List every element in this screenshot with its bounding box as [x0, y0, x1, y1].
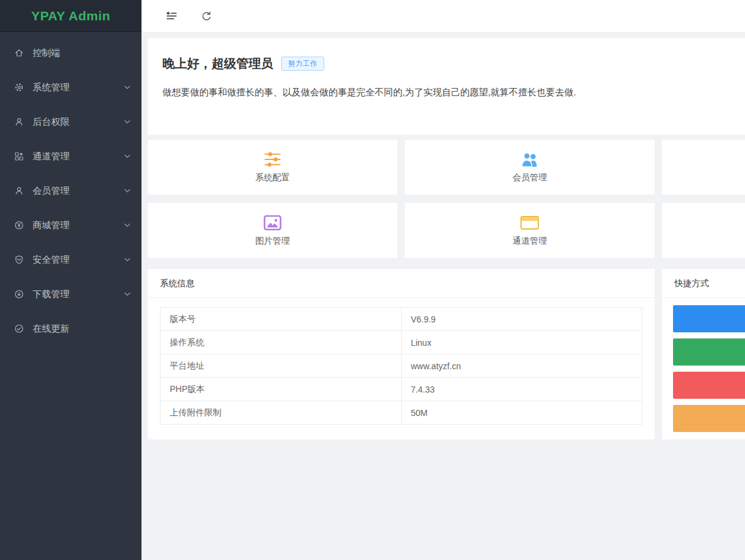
user-icon [14, 186, 24, 196]
sidebar-item-channels[interactable]: 通道管理 [0, 139, 141, 174]
daily-quote: 做想要做的事和做擅长的事、以及做会做的事是完全不同的,为了实现自己的愿望,就算不… [162, 87, 745, 98]
window-icon [520, 214, 540, 231]
sidebar-item-label: 系统管理 [33, 82, 70, 94]
quick-card-extra-2[interactable] [662, 203, 745, 258]
chevron-down-icon [124, 292, 130, 296]
chevron-down-icon [124, 258, 130, 262]
table-row: 版本号 V6.9.9 [161, 308, 642, 331]
refresh-icon[interactable] [199, 9, 213, 23]
quick-card-members[interactable]: 会员管理 [405, 140, 655, 194]
sidebar-item-label: 下载管理 [33, 289, 70, 300]
chevron-down-icon [124, 154, 130, 158]
sidebar-item-label: 会员管理 [33, 185, 70, 197]
user-icon [14, 117, 24, 127]
shortcut-button-2[interactable] [673, 338, 745, 366]
shortcut-button-4[interactable] [673, 405, 745, 432]
sidebar-item-security[interactable]: 安全管理 [0, 242, 141, 277]
sidebar-menu: 控制端 系统管理 后台权限 通道管理 [0, 32, 141, 346]
info-value: 7.4.33 [401, 378, 642, 401]
quick-card-channels[interactable]: 通道管理 [405, 203, 655, 258]
quick-card-extra-1[interactable] [662, 140, 745, 194]
quick-card-label: 系统配置 [255, 172, 290, 183]
check-circle-icon [14, 324, 24, 334]
table-row: 操作系统 Linux [161, 331, 642, 354]
sidebar-item-admin-perms[interactable]: 后台权限 [0, 105, 141, 139]
yen-circle-icon [14, 220, 24, 231]
system-info-title: 系统信息 [148, 269, 655, 298]
sidebar-item-dashboard[interactable]: 控制端 [0, 36, 141, 70]
quick-card-system-config[interactable]: 系统配置 [148, 140, 397, 194]
system-info-panel: 系统信息 版本号 V6.9.9 操作系统 Linux [148, 269, 655, 439]
sidebar-item-downloads[interactable]: 下载管理 [0, 277, 141, 311]
download-circle-icon [14, 289, 24, 300]
sidebar-item-online-update[interactable]: 在线更新 [0, 311, 141, 346]
quick-card-label: 会员管理 [512, 172, 547, 183]
greeting-title: 晚上好，超级管理员 [162, 55, 273, 72]
info-value: V6.9.9 [401, 308, 642, 331]
greeting-panel: 晚上好，超级管理员 努力工作 做想要做的事和做擅长的事、以及做会做的事是完全不同… [148, 38, 745, 135]
shortcut-button-3[interactable] [673, 372, 745, 399]
sliders-icon [263, 151, 282, 168]
info-value: www.atyzf.cn [401, 354, 642, 378]
sidebar: YPAY Admin 控制端 系统管理 后台权限 [0, 0, 141, 560]
top-header [141, 0, 745, 32]
chevron-down-icon [124, 120, 130, 124]
shortcut-button-1[interactable] [673, 305, 745, 332]
quick-card-label: 通道管理 [512, 236, 547, 247]
chevron-down-icon [124, 189, 130, 193]
sidebar-item-label: 后台权限 [33, 116, 70, 128]
apps-icon [14, 151, 24, 162]
info-label: 上传附件限制 [161, 401, 402, 425]
info-value: 50M [401, 401, 642, 425]
motivation-badge: 努力工作 [281, 57, 324, 71]
sidebar-item-label: 控制端 [33, 47, 60, 59]
users-icon [519, 151, 540, 168]
sidebar-item-mall[interactable]: 商城管理 [0, 208, 141, 242]
table-row: 上传附件限制 50M [161, 401, 642, 425]
info-label: PHP版本 [161, 378, 402, 401]
main-content: 晚上好，超级管理员 努力工作 做想要做的事和做擅长的事、以及做会做的事是完全不同… [141, 32, 745, 560]
sidebar-item-label: 通道管理 [33, 151, 70, 162]
sidebar-item-label: 在线更新 [33, 323, 70, 335]
info-value: Linux [401, 331, 642, 354]
sidebar-item-label: 商城管理 [33, 220, 70, 231]
table-row: 平台地址 www.atyzf.cn [161, 354, 642, 378]
app-logo: YPAY Admin [0, 0, 141, 32]
shortcuts-title: 快捷方式 [662, 269, 745, 298]
image-icon [263, 214, 282, 231]
sidebar-item-members[interactable]: 会员管理 [0, 174, 141, 208]
menu-fold-icon[interactable] [165, 9, 178, 23]
gear-icon [14, 82, 24, 93]
quick-card-label: 图片管理 [255, 236, 290, 247]
info-label: 操作系统 [161, 331, 402, 354]
info-label: 平台地址 [161, 354, 402, 378]
shortcuts-panel: 快捷方式 [662, 269, 745, 439]
sidebar-item-label: 安全管理 [33, 254, 70, 266]
chevron-down-icon [124, 86, 130, 89]
sidebar-item-system[interactable]: 系统管理 [0, 70, 141, 105]
shield-icon [14, 255, 24, 265]
table-row: PHP版本 7.4.33 [161, 378, 642, 401]
system-info-table: 版本号 V6.9.9 操作系统 Linux 平台地址 www.atyzf.cn [160, 307, 642, 425]
quick-card-images[interactable]: 图片管理 [148, 203, 397, 258]
chevron-down-icon [124, 223, 130, 227]
home-icon [14, 48, 24, 58]
info-label: 版本号 [161, 308, 402, 331]
